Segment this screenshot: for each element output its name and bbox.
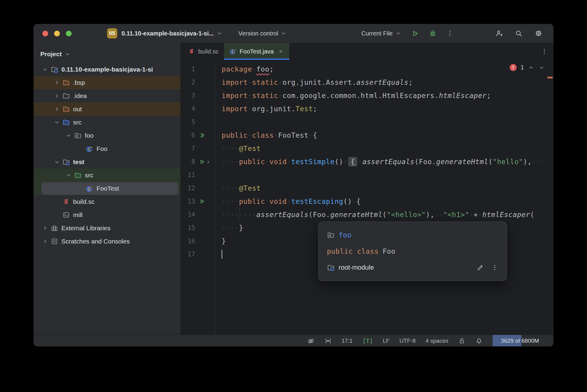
tab-footest-java[interactable]: C FooTest.java	[224, 43, 289, 60]
code-line-3: 3import·static·com.google.common.html.Ht…	[181, 89, 553, 102]
tab-build-sc[interactable]: build.sc	[183, 43, 224, 60]
more-actions-button[interactable]	[446, 30, 453, 37]
tree-item-external-libraries[interactable]: External Libraries	[34, 222, 180, 235]
main-area: Project 0.11.10-example-basicjava-1-si.b…	[34, 43, 553, 335]
code-line-5: 5	[181, 115, 553, 129]
folder-excluded-icon	[62, 105, 70, 113]
line-number: 15	[181, 224, 195, 231]
mode-indicator[interactable]: [T]	[363, 338, 373, 344]
close-tab-icon[interactable]	[278, 48, 284, 54]
run-test-icon[interactable]	[199, 198, 205, 205]
line-number: 5	[181, 118, 195, 126]
project-widget[interactable]: 0.11.10-example-basicjava-1-si...	[121, 30, 223, 37]
tree-item-idea[interactable]: .idea	[34, 89, 180, 103]
tree-item-label: .idea	[73, 92, 87, 100]
edit-icon[interactable]	[476, 264, 484, 271]
line-number: 3	[181, 92, 195, 99]
window-controls	[34, 31, 72, 36]
error-count: 1	[521, 64, 524, 71]
kebab-menu-icon[interactable]	[491, 264, 498, 271]
tree-item-scratches-and-consoles[interactable]: Scratches and Consoles	[34, 235, 180, 248]
indent-widget[interactable]: 4 spaces	[426, 338, 448, 344]
inspections-widget[interactable]: ! 1	[510, 64, 545, 71]
chevron-down-icon[interactable]	[538, 64, 545, 71]
chevron-down-icon[interactable]	[53, 119, 61, 126]
run-all-tests-icon[interactable]	[199, 132, 205, 139]
run-button[interactable]	[411, 29, 419, 38]
encoding-widget[interactable]: UTF-8	[399, 338, 416, 344]
indent-guides-icon[interactable]	[324, 337, 332, 345]
tree-item-out[interactable]: out	[34, 103, 180, 116]
run-test-icon[interactable]	[199, 158, 205, 165]
notifications-bell-icon[interactable]	[475, 337, 483, 345]
tree-item-label: Foo	[97, 145, 107, 152]
tree-item-0-11-10-example-basicjava-1-si[interactable]: 0.11.10-example-basicjava-1-si	[34, 63, 180, 76]
tree-item-label: Scratches and Consoles	[61, 238, 130, 245]
project-panel-header[interactable]: Project	[34, 45, 180, 63]
chevron-right-icon[interactable]	[53, 93, 61, 99]
maximize-window-button[interactable]	[66, 31, 72, 36]
folder-excluded-icon	[62, 79, 70, 87]
unlock-icon[interactable]	[458, 337, 466, 345]
signature-class-name: Foo	[383, 247, 395, 255]
tree-item-footest[interactable]: CFooTest	[34, 182, 180, 195]
project-tool-window: Project 0.11.10-example-basicjava-1-si.b…	[34, 43, 181, 335]
debug-button[interactable]	[429, 29, 437, 37]
chevron-right-icon[interactable]	[53, 106, 61, 112]
code-line-1: 1package·foo;	[181, 63, 553, 76]
title-bar: 0S 0.11.10-example-basicjava-1-si... Ver…	[34, 24, 553, 43]
chevron-down-icon[interactable]	[64, 132, 73, 139]
code-text: ····@Test	[219, 145, 261, 152]
run-configuration-selector[interactable]: Current File	[361, 30, 401, 37]
class-test-icon: C	[86, 185, 94, 192]
caret-position-widget[interactable]: 17:1	[342, 338, 353, 344]
svg-text:C: C	[88, 147, 90, 152]
memory-indicator[interactable]: 3629 of 6800M	[493, 335, 547, 346]
project-avatar[interactable]: 0S	[107, 28, 117, 38]
folded-region[interactable]: {	[348, 157, 357, 167]
chevron-up-icon[interactable]	[528, 64, 534, 71]
error-icon: !	[510, 64, 517, 71]
package-icon	[74, 132, 82, 139]
add-user-button[interactable]	[495, 29, 503, 37]
search-everywhere-button[interactable]	[515, 29, 523, 37]
code-text: }	[219, 237, 226, 245]
chevron-down-icon[interactable]	[64, 172, 73, 179]
svg-text:C: C	[232, 50, 234, 54]
code-text: package·foo;	[219, 65, 274, 73]
chevron-down-icon[interactable]	[41, 66, 49, 73]
vcs-widget[interactable]: Version control	[238, 30, 287, 37]
highlighting-level-icon[interactable]	[307, 337, 315, 345]
tree-item-bsp[interactable]: .bsp	[34, 76, 180, 89]
tree-item-foo[interactable]: CFoo	[34, 142, 180, 155]
error-stripe-mark[interactable]	[547, 77, 553, 78]
line-number: 2	[181, 79, 195, 86]
project-panel-title: Project	[40, 51, 62, 58]
line-separator-widget[interactable]: LF	[383, 338, 389, 344]
libraries-icon	[51, 224, 58, 232]
minimize-window-button[interactable]	[54, 31, 60, 36]
tree-item-src[interactable]: src	[34, 169, 180, 182]
folder-icon	[62, 92, 70, 100]
tree-item-label: foo	[85, 132, 94, 139]
tree-item-foo[interactable]: foo	[34, 129, 180, 142]
code-text: ····}	[219, 224, 243, 232]
expand-fold-icon[interactable]	[206, 159, 211, 164]
tree-item-mill[interactable]: mill	[34, 208, 180, 222]
tree-item-src[interactable]: src	[34, 116, 180, 129]
chevron-right-icon[interactable]	[53, 79, 61, 86]
code-editor[interactable]: 1package·foo;2import·static·org.junit.As…	[181, 60, 553, 335]
project-name: 0.11.10-example-basicjava-1-si...	[121, 30, 214, 37]
chevron-down-icon[interactable]	[53, 159, 61, 165]
close-window-button[interactable]	[42, 31, 48, 36]
code-text: ····@Test	[219, 184, 261, 192]
popup-package-name: foo	[339, 231, 352, 239]
tab-options-button[interactable]	[541, 43, 548, 60]
tree-item-test[interactable]: test	[34, 155, 180, 169]
code-line-11: 11	[181, 168, 553, 182]
chevron-right-icon[interactable]	[41, 238, 49, 245]
settings-button[interactable]	[535, 29, 542, 37]
chevron-right-icon[interactable]	[41, 225, 49, 231]
tree-item-build-sc[interactable]: build.sc	[34, 195, 180, 208]
popup-package-row[interactable]: foo	[327, 229, 498, 241]
